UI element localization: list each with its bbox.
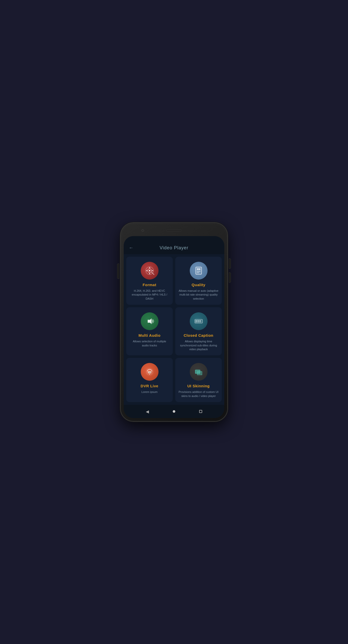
svg-rect-21 <box>197 321 199 322</box>
card-dvr-live[interactable]: DVR Live Lorem ipsum <box>126 358 173 402</box>
page-title: Video Player <box>160 245 188 251</box>
audio-icon <box>141 312 159 330</box>
app-header: ← Video Player <box>124 242 224 254</box>
svg-rect-28 <box>148 373 149 373</box>
svg-rect-26 <box>149 372 150 372</box>
svg-rect-30 <box>150 373 151 373</box>
svg-rect-18 <box>197 320 199 321</box>
feature-grid: Format H.264, H.263. and HEVC encapsulat… <box>124 254 224 416</box>
back-nav-button[interactable]: ◀ <box>146 409 149 414</box>
svg-rect-12 <box>197 272 199 273</box>
format-icon <box>141 262 159 280</box>
svg-point-4 <box>149 273 150 274</box>
quality-icon <box>190 262 208 280</box>
bottom-navigation: ◀ <box>124 405 224 418</box>
card-format[interactable]: Format H.264, H.263. and HEVC encapsulat… <box>126 257 173 305</box>
power-button[interactable] <box>117 264 119 279</box>
svg-rect-13 <box>197 268 198 270</box>
volume-up-button[interactable] <box>229 258 231 269</box>
caption-icon <box>190 312 208 330</box>
phone-top-bar <box>124 226 224 235</box>
svg-rect-33 <box>197 371 202 375</box>
skinning-icon <box>190 363 208 381</box>
card-ui-skinning[interactable]: UI Skinning Provisions addition of custo… <box>175 358 222 402</box>
dvr-icon <box>141 363 159 381</box>
svg-rect-20 <box>195 321 197 322</box>
svg-rect-14 <box>199 268 200 270</box>
recent-nav-button[interactable] <box>199 410 202 413</box>
format-title: Format <box>143 283 156 287</box>
audio-desc: Allows selection of multiple audio track… <box>129 340 170 347</box>
card-multi-audio[interactable]: Multi Audio Allows selection of multiple… <box>126 307 173 355</box>
svg-point-6 <box>152 270 153 271</box>
svg-rect-17 <box>195 320 197 321</box>
svg-point-3 <box>149 267 150 268</box>
svg-marker-15 <box>148 318 151 324</box>
svg-rect-11 <box>197 271 200 272</box>
quality-desc: Allows manual or auto (adaptive multi-bi… <box>178 289 219 301</box>
audio-title: Multi Audio <box>138 333 161 338</box>
caption-desc: Allows displaying time synchronized sub-… <box>178 340 219 351</box>
format-desc: H.264, H.263. and HEVC encapsulated in M… <box>129 289 170 301</box>
status-bar <box>124 236 224 242</box>
svg-point-5 <box>146 270 147 271</box>
svg-rect-25 <box>148 372 149 372</box>
volume-down-button[interactable] <box>229 272 231 283</box>
back-button[interactable]: ← <box>129 245 133 251</box>
home-nav-button[interactable] <box>173 410 175 413</box>
dvr-title: DVR Live <box>141 384 159 388</box>
phone-device: ← Video Player <box>121 223 227 421</box>
skinning-desc: Provisions addition of custom UI skins t… <box>178 390 219 398</box>
card-closed-caption[interactable]: Closed Caption Allows displaying time sy… <box>175 307 222 355</box>
skinning-title: UI Skinning <box>187 384 210 388</box>
dvr-desc: Lorem ipsum <box>141 390 158 394</box>
svg-point-31 <box>149 374 150 375</box>
svg-rect-27 <box>150 372 151 372</box>
svg-rect-22 <box>199 321 201 322</box>
svg-point-2 <box>149 270 150 271</box>
card-quality[interactable]: Quality Allows manual or auto (adaptive … <box>175 257 222 305</box>
phone-screen: ← Video Player <box>124 236 224 418</box>
quality-title: Quality <box>192 283 205 287</box>
svg-rect-19 <box>199 320 201 321</box>
svg-rect-16 <box>195 319 202 323</box>
svg-rect-29 <box>149 373 150 373</box>
caption-title: Closed Caption <box>184 333 213 338</box>
speaker <box>166 230 182 231</box>
svg-rect-24 <box>148 371 151 373</box>
camera <box>141 229 144 232</box>
